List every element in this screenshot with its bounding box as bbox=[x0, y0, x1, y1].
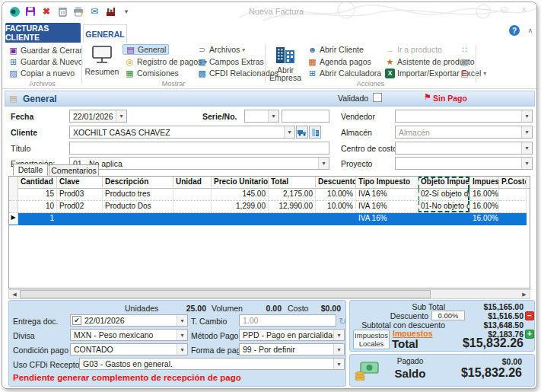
table-row[interactable]: 10 Prod02 Producto Dos 1,299.00 12,990.0… bbox=[9, 201, 530, 213]
scrollbar-track[interactable] bbox=[431, 290, 519, 298]
ribbon-button-general[interactable]: ▤ General bbox=[123, 44, 169, 55]
forma-pago-input[interactable]: 99 - Por definir bbox=[239, 343, 345, 355]
chevron-down-icon[interactable] bbox=[521, 142, 532, 154]
close-icon[interactable]: ✕ bbox=[521, 5, 527, 14]
tab-general[interactable]: GENERAL bbox=[83, 24, 127, 43]
ribbon-button-label: Ir a producto bbox=[397, 45, 442, 54]
ribbon-button-abrir-calculadora[interactable]: ⊞ Abrir Calculadora bbox=[305, 68, 383, 78]
scroll-left-icon[interactable]: ◀ bbox=[9, 290, 20, 298]
table-row-selected[interactable]: ▶ 1 IVA 16% 16.00% bbox=[9, 213, 530, 225]
minimize-icon[interactable]: ─ bbox=[482, 5, 488, 14]
exportacion-input[interactable]: 01 - No aplica bbox=[69, 157, 329, 170]
chevron-down-icon[interactable] bbox=[116, 110, 126, 122]
mini-tool-move[interactable]: ∷ bbox=[457, 44, 472, 55]
almacen-input[interactable]: Almacén bbox=[395, 126, 533, 139]
mini-tool-doc[interactable]: ▤ bbox=[457, 68, 472, 78]
validado-checkbox[interactable] bbox=[373, 93, 382, 102]
divisa-label: Divisa bbox=[13, 331, 35, 340]
folio-input[interactable] bbox=[282, 110, 329, 123]
ribbon-button-abrir-cliente[interactable]: ☻ Abrir Cliente bbox=[305, 44, 366, 55]
centro-costo-input[interactable] bbox=[395, 142, 533, 155]
app-logo-icon[interactable] bbox=[8, 5, 21, 18]
save-icon[interactable] bbox=[24, 5, 37, 18]
divisa-input[interactable]: MXN - Peso mexicano bbox=[70, 329, 188, 341]
tcambio-input[interactable] bbox=[239, 314, 336, 327]
column-header[interactable]: Clave bbox=[57, 177, 103, 189]
chevron-down-icon[interactable] bbox=[333, 330, 344, 340]
serie-input[interactable] bbox=[244, 110, 279, 123]
column-header[interactable]: Unidad bbox=[173, 177, 212, 189]
column-header[interactable]: Precio Unitario bbox=[212, 177, 269, 189]
chevron-down-icon[interactable] bbox=[177, 315, 187, 326]
tab-detalle[interactable]: Detalle bbox=[13, 164, 48, 176]
chevron-down-icon[interactable] bbox=[333, 359, 344, 369]
scrollbar-thumb[interactable] bbox=[20, 290, 431, 298]
qat-menu-icon[interactable]: ▾ bbox=[120, 5, 132, 18]
ribbon-button-guardar-nuevo[interactable]: ⊞ Guardar & Nuevo bbox=[6, 56, 85, 67]
chevron-down-icon: ▾ bbox=[483, 70, 486, 77]
column-header[interactable]: Total bbox=[269, 177, 316, 189]
chevron-down-icon[interactable] bbox=[268, 110, 278, 122]
chevron-down-icon[interactable] bbox=[318, 158, 329, 169]
column-header-objeto-impuesto[interactable]: Objeto Impuesto bbox=[418, 177, 470, 189]
scroll-right-icon[interactable]: ▶ bbox=[519, 290, 530, 298]
column-header[interactable]: P.Costo bbox=[499, 177, 527, 189]
ribbon-button-ir-a-producto[interactable]: → Ir a producto bbox=[383, 44, 444, 55]
chevron-down-icon[interactable] bbox=[284, 126, 294, 138]
table-row[interactable]: 15 Prod03 Producto tres 145.00 2,175.00 … bbox=[9, 189, 530, 201]
entrega-input[interactable]: ✔ 22/01/2026 bbox=[70, 314, 188, 327]
shipping-truck-icon[interactable] bbox=[296, 126, 308, 139]
ribbon-button-campos-extras[interactable]: ▦ Campos Extras bbox=[195, 56, 266, 67]
metodo-pago-label: Método Pago bbox=[191, 331, 238, 340]
ribbon-button-resumen[interactable]: Resumen bbox=[84, 45, 120, 76]
impuestos-locales-button[interactable]: Impuestos Locales bbox=[353, 330, 390, 349]
send-email-icon[interactable]: ✉ bbox=[88, 5, 100, 18]
tab-facturas-cliente[interactable]: FACTURAS CLIENTE bbox=[5, 23, 81, 43]
ribbon-button-agenda-pagos[interactable]: ▦ Agenda pagos bbox=[305, 56, 374, 67]
print-icon[interactable] bbox=[72, 5, 84, 18]
ribbon-button-archivos-adjuntos[interactable]: ⊃ Archivos ▾ bbox=[195, 44, 247, 55]
cliente-input[interactable]: XOCHILT CASAS CHAVEZ bbox=[69, 126, 295, 139]
invoice-window: ✖ ✉ ▾ Nueva Factura ─ ▢ ✕ FACTURAS CLIEN… bbox=[2, 2, 537, 389]
ribbon-button-label: Guardar & Cerrar bbox=[21, 46, 82, 55]
chevron-down-icon[interactable] bbox=[177, 330, 187, 340]
fecha-input[interactable]: 22/01/2026 bbox=[69, 110, 127, 123]
refresh-icon[interactable]: ↻ bbox=[339, 316, 346, 327]
maximize-icon[interactable]: ▢ bbox=[501, 5, 508, 14]
trash-icon[interactable] bbox=[56, 5, 68, 18]
chevron-down-icon[interactable] bbox=[521, 158, 532, 169]
add-tax-icon[interactable]: + bbox=[525, 330, 534, 339]
vendedor-input[interactable] bbox=[395, 110, 533, 123]
column-header[interactable]: Cantidad bbox=[18, 177, 57, 189]
column-header[interactable]: Tipo Impuesto bbox=[356, 177, 418, 189]
column-header[interactable]: Impuesto bbox=[470, 177, 499, 189]
column-header[interactable]: Descuento bbox=[316, 177, 356, 189]
ribbon-button-abrir-empresa[interactable]: Abrir Empresa bbox=[267, 45, 304, 81]
chevron-down-icon[interactable] bbox=[521, 126, 532, 138]
chevron-down-icon: ▾ bbox=[242, 46, 245, 53]
metodo-pago-input[interactable]: PPD - Pago en parcialidades o d bbox=[239, 329, 345, 341]
ribbon-button-guardar-cerrar[interactable]: ▣ Guardar & Cerrar bbox=[6, 45, 84, 56]
collapse-ribbon-icon[interactable]: ∧ bbox=[527, 27, 533, 34]
entrega-checkbox[interactable]: ✔ bbox=[72, 316, 81, 325]
chevron-down-icon[interactable] bbox=[521, 110, 532, 122]
ribbon-button-copiar-nuevo[interactable]: ▨ Copiar a nuevo bbox=[6, 68, 77, 78]
chevron-down-icon[interactable] bbox=[333, 344, 344, 355]
help-icon[interactable]: ? bbox=[509, 25, 520, 36]
stamp-cfdi-icon[interactable] bbox=[104, 5, 116, 18]
remove-discount-icon[interactable]: − bbox=[525, 311, 534, 320]
column-header[interactable]: Descripción bbox=[103, 177, 173, 189]
mini-tool-table[interactable]: ▦ bbox=[457, 56, 472, 67]
delete-icon[interactable]: ✖ bbox=[40, 5, 53, 18]
ribbon-button-comisiones[interactable]: ▦ Comisiones bbox=[123, 68, 181, 78]
proyecto-input[interactable] bbox=[395, 157, 533, 170]
ribbon-button-importar-exportar-excel[interactable]: X Importar/Exportar Excel ▾ bbox=[383, 68, 488, 78]
client-building-icon[interactable] bbox=[309, 126, 321, 139]
uso-cfdi-input[interactable]: G03 - Gastos en general. bbox=[79, 358, 345, 370]
chevron-down-icon[interactable] bbox=[177, 344, 187, 355]
condicion-pago-input[interactable]: CONTADO bbox=[70, 343, 188, 355]
horizontal-scrollbar[interactable]: ◀ ▶ bbox=[8, 289, 530, 299]
titulo-input[interactable] bbox=[69, 142, 329, 155]
monitor-icon bbox=[91, 45, 113, 65]
tab-comentarios[interactable]: Comentarios bbox=[49, 164, 99, 177]
